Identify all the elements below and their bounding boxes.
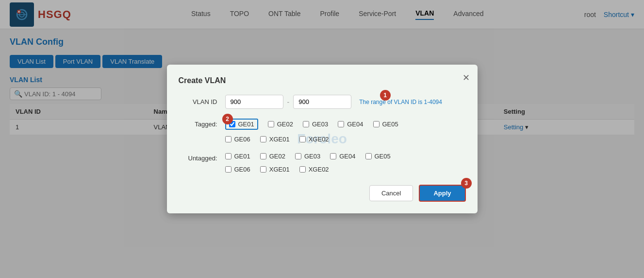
untagged-ge04[interactable]: GE04 — [330, 153, 355, 160]
badge-3: 3 — [461, 178, 472, 189]
tagged-ge06[interactable]: GE06 — [225, 136, 250, 143]
cancel-button[interactable]: Cancel — [369, 185, 413, 201]
tagged-ge03[interactable]: GE03 — [303, 119, 328, 130]
dialog-overlay: Create VLAN ✕ Foroleo VLAN ID - The rang… — [0, 0, 644, 278]
untagged-xge01[interactable]: XGE01 — [260, 166, 290, 173]
badge-2: 2 — [222, 114, 233, 124]
tagged-row: Tagged: GE01 GE02 GE03 GE04 GE05 — [179, 119, 466, 143]
tagged-ge05[interactable]: GE05 — [373, 119, 398, 130]
vlan-id-label: VLAN ID — [179, 98, 217, 105]
tagged-ge04[interactable]: GE04 — [338, 119, 363, 130]
apply-button[interactable]: Apply — [419, 185, 465, 202]
untagged-ge06[interactable]: GE06 — [225, 166, 250, 173]
vlan-id-group: - The range of VLAN ID is 1-4094 — [225, 95, 442, 109]
create-vlan-dialog: Create VLAN ✕ Foroleo VLAN ID - The rang… — [167, 65, 478, 213]
badge-1: 1 — [380, 90, 391, 101]
untagged-ge02[interactable]: GE02 — [260, 153, 285, 160]
untagged-ge01[interactable]: GE01 — [225, 153, 250, 160]
dialog-title: Create VLAN — [179, 76, 466, 85]
untagged-label: Untagged: — [179, 155, 217, 162]
vlan-id-from-input[interactable] — [225, 95, 283, 109]
vlan-range-hint: The range of VLAN ID is 1-4094 — [359, 99, 442, 105]
tagged-label: Tagged: — [179, 121, 217, 128]
dialog-footer: Cancel Apply 3 — [179, 185, 466, 202]
dialog-close-button[interactable]: ✕ — [462, 72, 470, 83]
untagged-ge05[interactable]: GE05 — [365, 153, 391, 160]
untagged-row: Untagged: GE01 GE02 GE03 GE04 GE05 — [179, 153, 466, 173]
tagged-xge01[interactable]: XGE01 — [260, 136, 290, 143]
vlan-id-separator: - — [287, 98, 290, 106]
vlan-id-row: VLAN ID - The range of VLAN ID is 1-4094… — [179, 95, 466, 109]
untagged-ge03[interactable]: GE03 — [295, 153, 320, 160]
tagged-xge02[interactable]: XGE02 — [299, 136, 329, 143]
tagged-ge02[interactable]: GE02 — [268, 119, 293, 130]
vlan-id-to-input[interactable] — [293, 95, 351, 109]
untagged-xge02[interactable]: XGE02 — [299, 166, 329, 173]
